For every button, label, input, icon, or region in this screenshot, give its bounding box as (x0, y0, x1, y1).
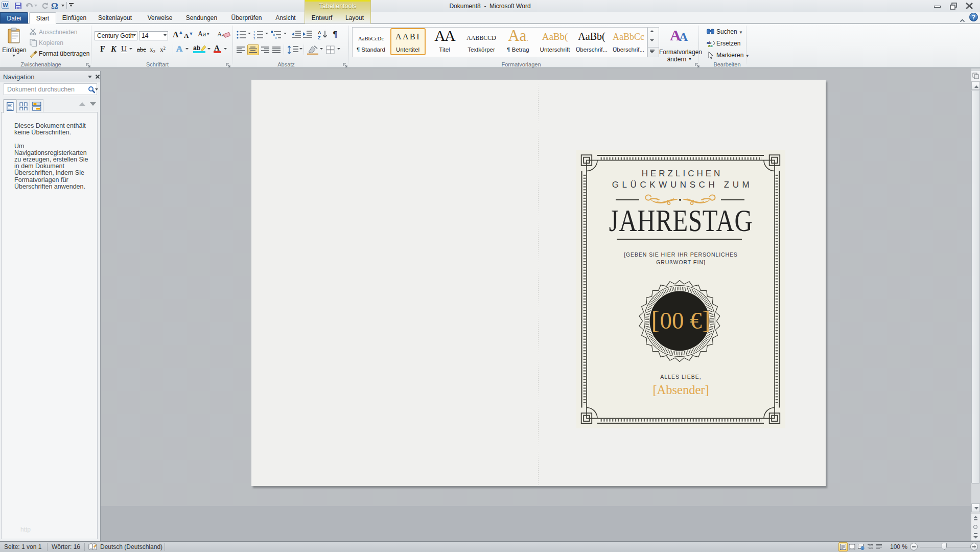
svg-text:Z: Z (318, 35, 321, 40)
svg-text:3: 3 (253, 37, 255, 39)
svg-text:A: A (318, 30, 321, 35)
svg-text:ac: ac (708, 43, 713, 47)
